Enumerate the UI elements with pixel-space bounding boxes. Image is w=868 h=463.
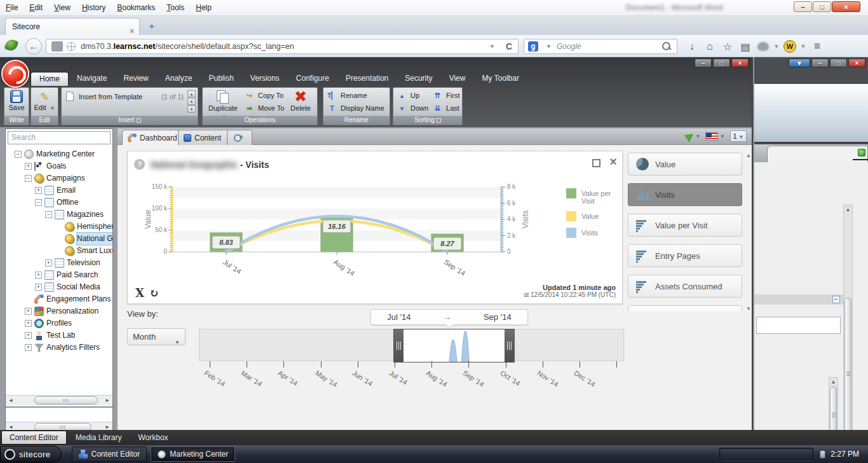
menu-item-history[interactable]: History bbox=[76, 0, 111, 15]
spinner-down-icon[interactable]: ▼ bbox=[187, 98, 196, 105]
search-icon[interactable] bbox=[661, 41, 672, 52]
edit-button[interactable]: ✎ Edit ▼ bbox=[31, 89, 58, 111]
bg-section-header[interactable] bbox=[754, 294, 843, 305]
save-button[interactable]: Save bbox=[4, 89, 29, 111]
menu-item-edit[interactable]: Edit bbox=[24, 0, 48, 15]
tree-item-offline[interactable]: −Offline bbox=[6, 197, 112, 209]
menu-hamburger-icon[interactable]: ≡ bbox=[808, 40, 826, 53]
tree-expander-icon[interactable]: + bbox=[35, 272, 42, 279]
ribbon-tab-analyze[interactable]: Analyze bbox=[157, 72, 201, 86]
right-drag-handle[interactable] bbox=[505, 329, 514, 362]
bg-minimize-button[interactable]: – bbox=[811, 59, 829, 67]
timeline-selection[interactable] bbox=[393, 329, 515, 363]
browser-restore-button[interactable]: □ bbox=[813, 1, 831, 12]
tree-expander-icon[interactable]: + bbox=[25, 308, 32, 315]
tree-item-marketing-center[interactable]: −Marketing Center bbox=[6, 148, 112, 160]
metric-button-assets-consumed[interactable]: Assets Consumed bbox=[628, 275, 742, 298]
tree-item-social-media[interactable]: +Social Media bbox=[6, 281, 112, 293]
url-text[interactable]: dms70.3.learnsc.net/sitecore/shell/defau… bbox=[81, 42, 294, 51]
ribbon-tab-publish[interactable]: Publish bbox=[200, 72, 241, 86]
menu-item-view[interactable]: View bbox=[48, 0, 76, 15]
tree-expander-icon[interactable]: + bbox=[25, 344, 32, 351]
sort-up-button[interactable]: ▲ Up bbox=[397, 90, 419, 102]
menu-item-tools[interactable]: Tools bbox=[161, 0, 190, 15]
refresh-button[interactable]: ↻ bbox=[149, 286, 159, 300]
tree-item-personalization[interactable]: +Personalization bbox=[6, 305, 112, 317]
tree-item-engagement-plans[interactable]: Engagement Plans bbox=[6, 293, 112, 305]
tree-item-profiles[interactable]: +Profiles bbox=[6, 317, 112, 329]
tree-item-paid-search[interactable]: +Paid Search bbox=[6, 269, 112, 281]
tab-dashboard[interactable]: Dashboard bbox=[122, 130, 186, 145]
metric-button-value[interactable]: Value bbox=[628, 153, 742, 176]
ribbon-tab-presentation[interactable]: Presentation bbox=[337, 72, 397, 86]
home-icon[interactable]: ⌂ bbox=[701, 41, 719, 52]
menu-item-bookmarks[interactable]: Bookmarks bbox=[111, 0, 161, 15]
tree-expander-icon[interactable]: − bbox=[25, 175, 32, 182]
version-selector[interactable]: 1▼ bbox=[730, 130, 747, 142]
reload-button[interactable]: C bbox=[500, 41, 518, 52]
scroll-right-icon[interactable]: ► bbox=[104, 397, 111, 404]
tree-hscrollbar[interactable]: ◄ III ► bbox=[6, 395, 112, 405]
tree-item-email[interactable]: +Email bbox=[6, 184, 112, 197]
search-bar[interactable]: g ▼ Google bbox=[524, 39, 677, 54]
tree-item-campaigns[interactable]: −Campaigns bbox=[6, 172, 112, 184]
metric-button-value-per-visit[interactable]: Value per Visit bbox=[628, 214, 742, 237]
appbar-tab-workbox[interactable]: Workbox bbox=[130, 431, 175, 444]
bg-maximize-button[interactable]: □ bbox=[830, 59, 847, 67]
tray-input[interactable] bbox=[719, 448, 813, 460]
publish-arrow-icon[interactable] bbox=[684, 131, 695, 142]
help-icon[interactable]: ? bbox=[134, 159, 145, 170]
spinner-last-icon[interactable]: ▼ bbox=[187, 106, 196, 113]
language-flag-icon[interactable] bbox=[705, 132, 718, 141]
move-to-button[interactable]: ➡ Move To bbox=[245, 102, 284, 114]
timeline-track[interactable] bbox=[199, 329, 624, 361]
scroll-down-icon[interactable]: ▼ bbox=[745, 306, 752, 312]
tree-item-goals[interactable]: +Goals bbox=[6, 160, 112, 172]
ribbon-tab-review[interactable]: Review bbox=[115, 72, 156, 86]
url-dropdown-icon[interactable]: ▼ bbox=[484, 43, 500, 50]
bg-vscrollbar[interactable]: ▲ ▼ bbox=[843, 205, 853, 463]
browser-close-button[interactable]: × bbox=[832, 1, 860, 12]
language-dropdown-icon[interactable]: ▼ bbox=[720, 134, 725, 139]
tab-search[interactable] bbox=[227, 130, 252, 145]
tree-item-analytics-filters[interactable]: +Analytics Filters bbox=[6, 342, 112, 354]
metric-button-partial[interactable] bbox=[628, 305, 742, 312]
tree-expander-icon[interactable]: + bbox=[25, 163, 32, 170]
export-button[interactable]: X bbox=[135, 286, 144, 300]
dialog-launcher-icon[interactable] bbox=[137, 118, 141, 123]
tree-search-input[interactable]: Search bbox=[8, 131, 111, 144]
duplicate-button[interactable]: Duplicate ▼ bbox=[205, 89, 241, 120]
bg-close-button[interactable]: × bbox=[848, 59, 865, 67]
collapse-section-icon[interactable]: − bbox=[832, 296, 840, 303]
taskbar-button-marketing-center[interactable]: Marketing Center bbox=[151, 446, 235, 462]
taskbar-button-content-editor[interactable]: Content Editor bbox=[72, 446, 147, 462]
bg-dropdown-button[interactable]: ▼ bbox=[789, 59, 810, 67]
bg-text-input[interactable] bbox=[756, 317, 841, 334]
back-button[interactable]: ← bbox=[25, 38, 42, 55]
addon-icon[interactable] bbox=[4, 38, 18, 52]
search-engine-dropdown-icon[interactable]: ▼ bbox=[541, 43, 557, 50]
tree-expander-icon[interactable]: − bbox=[15, 151, 22, 158]
bookmark-star-icon[interactable]: ☆ bbox=[719, 41, 736, 53]
tree-expander-icon[interactable]: − bbox=[45, 211, 52, 218]
sort-last-button[interactable]: ⇊ Last bbox=[433, 102, 459, 114]
tree-expander-icon[interactable]: + bbox=[45, 259, 52, 266]
tree-expander-icon[interactable]: + bbox=[35, 187, 42, 194]
tree-item-magazines[interactable]: −Magazines bbox=[6, 209, 112, 221]
close-widget-icon[interactable]: × bbox=[609, 155, 617, 169]
ribbon-tab-security[interactable]: Security bbox=[397, 72, 440, 86]
w-addon-icon[interactable]: W bbox=[783, 40, 796, 53]
addon-dropdown-icon[interactable]: ▼ bbox=[772, 43, 781, 50]
tree-item-television[interactable]: +Television bbox=[6, 257, 112, 269]
delete-button[interactable]: ✖ Delete bbox=[287, 89, 315, 112]
window-close-button[interactable]: × bbox=[731, 59, 749, 67]
window-maximize-button[interactable]: □ bbox=[713, 59, 730, 67]
new-tab-button[interactable]: + bbox=[144, 20, 160, 33]
sort-first-button[interactable]: ⇈ First bbox=[433, 90, 459, 102]
scroll-thumb[interactable]: III bbox=[34, 396, 98, 404]
tree-expander-icon[interactable]: + bbox=[25, 320, 32, 327]
view-by-select[interactable]: ▼ Month bbox=[127, 328, 186, 345]
url-bar[interactable]: dms70.3.learnsc.net/sitecore/shell/defau… bbox=[46, 39, 519, 54]
window-minimize-button[interactable]: – bbox=[695, 59, 712, 67]
copy-to-button[interactable]: ↪ Copy To bbox=[245, 90, 283, 102]
